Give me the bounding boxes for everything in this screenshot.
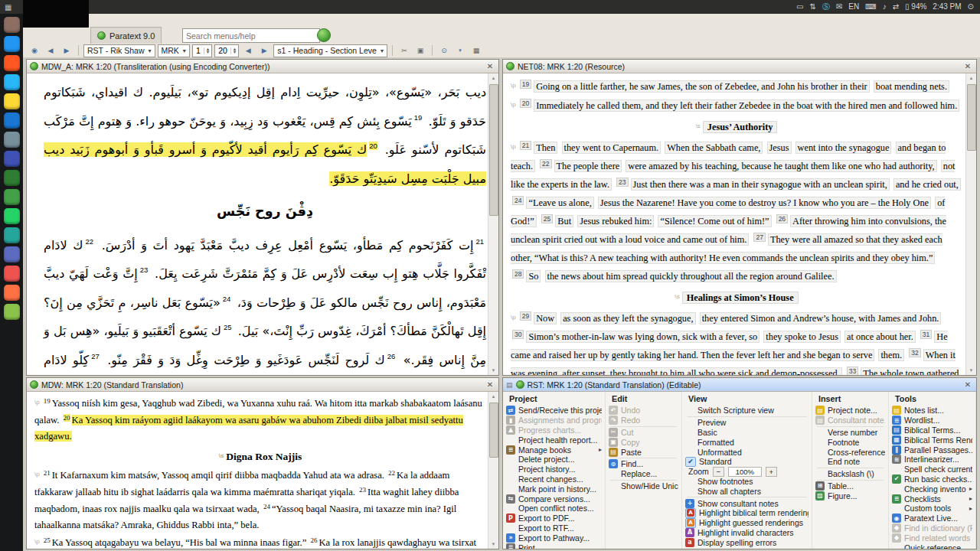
menu-item-recent-changes[interactable]: Recent changes... xyxy=(503,474,605,484)
nav-history-icon[interactable]: ◉ xyxy=(28,44,41,57)
menu-item-mark-point-in-history[interactable]: Mark point in history... xyxy=(503,484,605,494)
scrollbar[interactable]: ▲ ▼ xyxy=(488,73,498,375)
menu-item-figure[interactable]: ▨Figure... xyxy=(812,491,888,500)
mail-icon[interactable]: ✉ xyxy=(836,0,842,14)
dock-app-icon[interactable] xyxy=(4,266,20,282)
dock-app-icon[interactable] xyxy=(4,151,20,167)
scrollbar-thumb[interactable] xyxy=(967,84,976,151)
menu-item-preview[interactable]: Preview xyxy=(682,418,812,428)
display-icon[interactable]: ▭ xyxy=(796,0,803,14)
table-view-icon[interactable]: ▦ xyxy=(469,44,483,57)
menu-item-redo[interactable]: ↷Redo xyxy=(606,416,681,425)
back-button[interactable]: ◀ xyxy=(44,44,57,57)
style-marker-selector[interactable]: s1 - Heading - Section Leve ▾ xyxy=(273,44,387,57)
keyboard-icon[interactable]: ⌨ xyxy=(865,0,876,14)
menu-item-notes-list[interactable]: ▤Notes list... xyxy=(889,406,975,416)
sync-arrows-icon[interactable]: ⇅ xyxy=(810,0,816,14)
menu-item-custom-tools[interactable]: Custom tools▸ xyxy=(889,504,975,514)
network-icon[interactable]: ⇄ xyxy=(893,0,899,14)
scrollbar[interactable]: ▲ ▼ xyxy=(965,73,976,375)
battery-indicator[interactable]: ▯ 94% xyxy=(905,0,926,14)
menu-item-show-footnotes[interactable]: Show footnotes xyxy=(682,477,812,487)
dock-app-icon[interactable] xyxy=(4,74,20,90)
dock-app-icon[interactable] xyxy=(4,93,20,109)
activities-icon[interactable]: ▦ xyxy=(0,3,11,11)
window-menu-icon[interactable]: ▤ xyxy=(506,381,513,389)
menu-item-show-hide-unicode[interactable]: Show/Hide Unicode xyxy=(606,481,681,491)
scripture-text-net[interactable]: \p19Going on a little farther, he saw Ja… xyxy=(503,73,976,375)
menu-item-copy[interactable]: ▣Copy xyxy=(606,437,681,447)
spinner-arrows-icon[interactable]: ▲▼ xyxy=(204,47,211,54)
scroll-down-icon[interactable]: ▼ xyxy=(488,366,498,375)
menu-item-find[interactable]: ⊙Find... xyxy=(606,459,681,469)
menu-item-run-basic-checks[interactable]: ✔Run basic checks... xyxy=(889,474,975,484)
menu-item-highlight-invalid-characters[interactable]: AHighlight invalid characters xyxy=(682,528,812,538)
spinner-arrows-icon[interactable]: ▲▼ xyxy=(230,47,238,54)
scroll-up-icon[interactable]: ▲ xyxy=(488,392,498,401)
scripture-text-arabic[interactable]: ديب بَحَر، «يَسّوع»، «تِلوِن، حيرِّيت اِ… xyxy=(27,73,498,375)
menu-item-spell-check-current-book[interactable]: Spell check current book... xyxy=(889,465,975,474)
close-icon[interactable]: ✕ xyxy=(962,380,973,389)
menu-item-project-health-report[interactable]: Project health report... xyxy=(503,435,605,445)
menu-item-biblical-terms[interactable]: ▤Biblical Terms... xyxy=(889,425,975,435)
dock-app-icon[interactable] xyxy=(4,132,20,148)
paratext-window-icon[interactable] xyxy=(317,28,331,42)
menu-item-export-to-pdf[interactable]: PExport to PDF... xyxy=(503,514,605,523)
scroll-down-icon[interactable]: ▼ xyxy=(966,366,976,375)
dock-app-icon[interactable] xyxy=(4,36,20,52)
menu-item-show-all-chapters[interactable]: Show all chapters xyxy=(682,486,812,496)
dock-app-icon[interactable] xyxy=(4,208,20,224)
menu-item-export-to-pathway[interactable]: »Export to Pathway... xyxy=(503,533,605,543)
dock-app-icon[interactable] xyxy=(4,304,20,320)
menu-item-compare-versions[interactable]: ⇆Compare versions... xyxy=(503,494,605,504)
cut-icon[interactable]: ✂ xyxy=(397,44,411,57)
menu-item-checklists[interactable]: ≡Checklists▸ xyxy=(889,494,975,504)
menu-item-verse-number[interactable]: Verse number xyxy=(812,428,888,438)
search-menus-input[interactable] xyxy=(182,28,320,43)
power-icon[interactable]: ⊙ xyxy=(968,0,974,14)
chapter-spinner[interactable]: 1 ▲▼ xyxy=(192,44,212,57)
project-selector[interactable]: RST - Rik Shaw ▾ xyxy=(83,44,155,57)
menu-item-checking-inventories[interactable]: Checking inventories▸ xyxy=(889,484,975,494)
dock-app-icon[interactable] xyxy=(4,285,20,301)
menu-item-find-in-dictionary-flex[interactable]: ◆Find in dictionary (FLEx)... xyxy=(889,523,975,533)
menu-item-open-conflict-notes[interactable]: Open conflict notes... xyxy=(503,504,605,514)
next-verse-button[interactable]: ▶ xyxy=(257,44,271,57)
menu-item-table[interactable]: ⊞Table... xyxy=(812,481,888,491)
menu-item-formatted[interactable]: Formatted xyxy=(682,437,812,447)
dock-app-icon[interactable] xyxy=(4,246,20,262)
menu-item-footnote[interactable]: Footnote xyxy=(812,437,888,447)
dock-app-icon[interactable] xyxy=(4,17,20,33)
menu-item-progress-charts[interactable]: ▲Progress charts... xyxy=(503,425,605,435)
scrollbar-thumb[interactable] xyxy=(489,84,498,216)
forward-button[interactable]: ▶ xyxy=(60,44,74,57)
menu-item-find-related-words-flex[interactable]: ◆Find related words (FLEx)... xyxy=(889,533,975,543)
chevron-down-icon[interactable]: ▾ xyxy=(453,44,467,57)
menu-item-print[interactable]: ≣Print... xyxy=(503,543,605,549)
volume-icon[interactable]: ♪ xyxy=(883,0,887,14)
language-indicator[interactable]: EN xyxy=(848,0,859,14)
menu-item-wordlist[interactable]: ≡Wordlist... xyxy=(889,416,975,425)
book-selector[interactable]: MRK ▾ xyxy=(158,44,190,57)
scrollbar[interactable]: ▲ ▼ xyxy=(488,392,498,549)
dock-app-icon[interactable] xyxy=(4,189,20,205)
menu-item-replace[interactable]: Replace... xyxy=(606,469,681,479)
menu-item-interlinearizer[interactable]: ≋Interlinearizer... xyxy=(889,455,975,465)
menu-item-delete-project[interactable]: Delete project... xyxy=(503,455,605,465)
close-icon[interactable]: ✕ xyxy=(485,380,495,389)
close-icon[interactable]: ✕ xyxy=(962,62,973,70)
dock-app-icon[interactable] xyxy=(4,227,20,243)
paratext-app-tab[interactable]: Paratext 9.0 xyxy=(90,27,162,44)
scroll-up-icon[interactable]: ▲ xyxy=(966,73,976,83)
menu-item-manage-books[interactable]: ≡Manage books▸ xyxy=(503,445,605,455)
menu-item-basic[interactable]: Basic xyxy=(682,428,812,438)
copy-icon[interactable]: ▣ xyxy=(413,44,427,57)
menu-item-cut[interactable]: ✂Cut xyxy=(606,428,681,438)
dock-app-icon[interactable] xyxy=(4,55,20,71)
menu-item-project-note[interactable]: ▤Project note... xyxy=(812,406,888,416)
scrollbar-thumb[interactable] xyxy=(489,403,498,458)
menu-item-biblical-terms-renderings[interactable]: ▦Biblical Terms Renderings xyxy=(889,435,975,445)
find-icon[interactable]: ⊙ xyxy=(437,44,451,57)
menu-item-export-to-rtf[interactable]: Export to RTF... xyxy=(503,523,605,533)
scroll-down-icon[interactable]: ▼ xyxy=(488,540,498,549)
